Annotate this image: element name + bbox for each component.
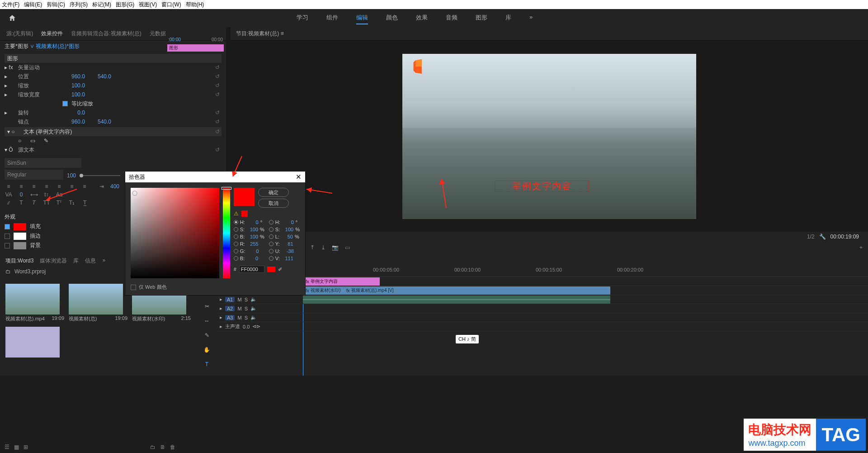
tab-audio[interactable]: 音频 xyxy=(446,12,458,24)
menu-view[interactable]: 视图(V) xyxy=(139,1,157,9)
reset-icon[interactable]: ↺ xyxy=(215,91,220,98)
prop-scale-width[interactable]: ▸缩放宽度100.0↺ xyxy=(5,90,222,99)
kerning-icon[interactable]: ⟷ xyxy=(30,191,38,198)
clip-audio-a1[interactable] xyxy=(303,296,610,304)
ec-mini-timeline[interactable]: :00:00 00:00 图形 xyxy=(167,37,224,52)
tab-learn[interactable]: 学习 xyxy=(297,12,308,24)
tab-project[interactable]: 项目:Word3 xyxy=(5,257,33,265)
fit-dropdown[interactable]: 1/2 xyxy=(807,234,815,240)
stroke-swatch[interactable] xyxy=(14,233,26,240)
radio-g[interactable] xyxy=(234,249,238,253)
reset-icon[interactable]: ↺ xyxy=(215,129,220,135)
font-size-slider[interactable] xyxy=(80,175,120,176)
align-justify-last-right-icon[interactable]: ≡ xyxy=(80,183,89,190)
saturation-value-field[interactable] xyxy=(131,188,219,278)
clip-video-watermark[interactable]: fx 视频素材(水印) xyxy=(303,286,344,295)
text-group[interactable]: ▾ ○ 文本 (举例文字内容)↺ xyxy=(5,127,222,136)
bin-icon[interactable]: 🗀 xyxy=(5,268,11,275)
font-size-value[interactable]: 100 xyxy=(67,172,76,179)
lift-icon[interactable]: ⤒ xyxy=(310,244,315,251)
close-icon[interactable]: ✕ xyxy=(296,173,302,181)
menu-window[interactable]: 窗口(W) xyxy=(161,1,181,9)
tab-media-browser[interactable]: 媒体浏览器 xyxy=(40,257,67,265)
uniform-scale-checkbox[interactable] xyxy=(62,101,68,106)
prop-position[interactable]: ▸位置960.0540.0↺ xyxy=(5,72,222,81)
reset-icon[interactable]: ↺ xyxy=(215,64,220,71)
radio-v[interactable] xyxy=(269,256,274,261)
hue-cursor[interactable] xyxy=(222,187,231,190)
radio-bch[interactable] xyxy=(234,256,238,261)
radio-h[interactable] xyxy=(234,220,238,224)
comparison-view-icon[interactable]: ▭ xyxy=(345,244,350,251)
allcaps-icon[interactable]: T xyxy=(30,200,38,206)
tab-graphics[interactable]: 图形 xyxy=(476,12,487,24)
background-checkbox[interactable] xyxy=(5,243,10,248)
tab-libs[interactable]: 库 xyxy=(73,257,79,265)
panel-overflow-icon[interactable]: » xyxy=(102,257,105,265)
timeline-ruler[interactable]: 00:00:05:00 00:00:10:00 00:00:15:00 00:0… xyxy=(303,265,868,277)
bin-item-0[interactable]: 视频素材(总).mp419:09 xyxy=(5,284,64,322)
radio-b[interactable] xyxy=(234,234,238,239)
faux-italic-icon[interactable]: T xyxy=(17,200,25,206)
tab-effect-controls[interactable]: 效果控件 xyxy=(41,30,63,38)
sv-cursor[interactable] xyxy=(132,191,137,196)
ok-button[interactable]: 确定 xyxy=(258,188,289,197)
hue-slider[interactable] xyxy=(223,188,230,278)
prop-scale[interactable]: ▸缩放100.0↺ xyxy=(5,81,222,90)
new-bin-icon[interactable]: 🗀 xyxy=(150,444,156,450)
stroke-checkbox[interactable] xyxy=(5,234,10,239)
radio-u[interactable] xyxy=(269,249,274,253)
rect-mask-icon[interactable]: ▭ xyxy=(30,138,35,144)
menu-edit[interactable]: 编辑(E) xyxy=(24,1,42,9)
tab-libraries[interactable]: 库 xyxy=(505,12,511,24)
freeform-view-icon[interactable]: ⊞ xyxy=(24,444,28,450)
program-timecode[interactable]: 00:00:19:09 xyxy=(830,234,859,240)
tab-effects[interactable]: 效果 xyxy=(416,12,428,24)
clip-text-graphic[interactable]: fx 举例文字内容 xyxy=(303,277,380,286)
tab-editing[interactable]: 编辑 xyxy=(356,12,368,24)
export-frame-icon[interactable]: 📷 xyxy=(332,244,339,251)
fill-swatch[interactable] xyxy=(14,223,26,230)
cancel-button[interactable]: 取消 xyxy=(258,199,289,208)
bin-item-3[interactable] xyxy=(5,327,64,358)
menu-help[interactable]: 帮助(H) xyxy=(186,1,204,9)
hand-tool-icon[interactable]: ✋ xyxy=(202,345,212,355)
underline-icon[interactable]: T̲ xyxy=(80,200,89,206)
button-editor-icon[interactable]: + xyxy=(859,244,863,251)
bin-item-1[interactable]: 视频素材(总)19:09 xyxy=(69,284,127,322)
hex-input[interactable] xyxy=(239,266,264,273)
track-a3-head[interactable]: ▸A3MS🔈 xyxy=(217,313,303,322)
align-center-icon[interactable]: ≡ xyxy=(17,183,25,190)
ec-clip-graphic[interactable]: 图形 xyxy=(167,44,224,52)
wrench-icon[interactable]: 🔧 xyxy=(819,234,826,240)
background-swatch[interactable] xyxy=(14,242,26,249)
ellipse-mask-icon[interactable]: ○ xyxy=(18,138,21,144)
reset-icon[interactable]: ↺ xyxy=(215,73,220,80)
pen-mask-icon[interactable]: ✎ xyxy=(44,138,48,144)
tab-color[interactable]: 颜色 xyxy=(386,12,398,24)
reset-icon[interactable]: ↺ xyxy=(215,147,220,153)
vector-motion[interactable]: ▸ fx矢量运动↺ xyxy=(5,63,222,72)
menu-graphics[interactable]: 图形(G) xyxy=(116,1,134,9)
new-item-icon[interactable]: 🗎 xyxy=(160,444,165,450)
tab-icon[interactable]: ⇥ xyxy=(98,183,106,190)
text-overlay[interactable]: 举例文字内容 xyxy=(495,181,589,192)
prop-source-text[interactable]: ▾ Ö源文本↺ xyxy=(5,145,222,154)
trash-icon[interactable]: 🗑 xyxy=(170,444,175,450)
workspace-overflow[interactable]: » xyxy=(529,12,533,24)
radio-y[interactable] xyxy=(269,242,274,246)
dialog-titlebar[interactable]: 拾色器 ✕ xyxy=(125,172,305,182)
faux-bold-icon[interactable]: ⫽ xyxy=(5,200,13,206)
icon-view-icon[interactable]: ▦ xyxy=(14,444,19,450)
track-master-head[interactable]: ▸主声道0.0⊲⊳ xyxy=(217,322,303,331)
align-right-icon[interactable]: ≡ xyxy=(30,183,38,190)
list-view-icon[interactable]: ☰ xyxy=(5,444,9,450)
clip-video-main[interactable]: fx 视频素材(总).mp4 [V] xyxy=(344,286,610,295)
prop-anchor[interactable]: 锚点960.0540.0↺ xyxy=(5,117,222,126)
eyedropper-icon[interactable]: ✐ xyxy=(278,267,282,272)
slip-tool-icon[interactable]: ↔ xyxy=(202,316,212,326)
tab-audio-mixer[interactable]: 音频剪辑混合器:视频素材(总) xyxy=(71,30,141,38)
web-colors-checkbox[interactable] xyxy=(131,285,136,290)
gamut-swatch[interactable] xyxy=(241,210,248,217)
radio-h2[interactable] xyxy=(269,220,274,224)
